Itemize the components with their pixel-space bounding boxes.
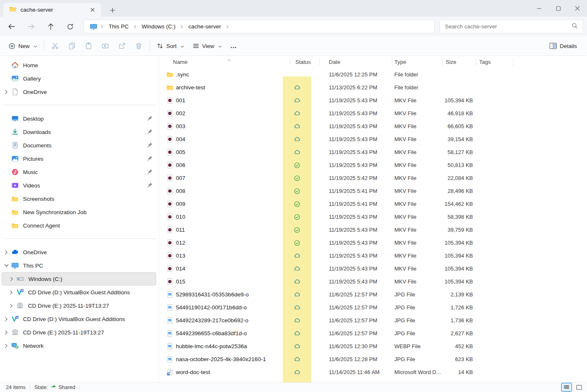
sort-button[interactable]: Sort: [152, 39, 188, 53]
monitor-icon[interactable]: [90, 23, 97, 30]
chevron-right-icon[interactable]: [2, 317, 11, 321]
file-row-014[interactable]: 01411/19/2025 5:43 PMMKV File105,394 KB: [159, 262, 587, 275]
column-header-tags[interactable]: Tags: [479, 56, 490, 68]
delete-button[interactable]: [130, 39, 147, 53]
chevron-right-icon[interactable]: [7, 277, 16, 281]
up-button[interactable]: [43, 19, 58, 34]
view-button[interactable]: View: [188, 39, 226, 53]
file-row-nasa-october-2025-4k-3840x2160-1[interactable]: nasa-october-2025-4k-3840x2160-111/6/202…: [159, 353, 587, 366]
sidebar-item-pictures[interactable]: Pictures: [2, 152, 156, 165]
new-button[interactable]: New: [4, 39, 41, 53]
file-row-015[interactable]: 01511/19/2025 5:43 PMMKV File105,394 KB: [159, 275, 587, 288]
column-divider[interactable]: [476, 58, 476, 66]
sidebar-item-desktop[interactable]: Desktop: [2, 112, 156, 125]
new-tab-button[interactable]: [107, 5, 118, 15]
refresh-button[interactable]: [62, 19, 78, 34]
column-divider[interactable]: [513, 58, 513, 66]
column-divider[interactable]: [290, 58, 290, 66]
sidebar-item-cd-drive-d-virtualbox-guest-additions[interactable]: CD Drive (D:) VirtualBox Guest Additions: [2, 312, 156, 326]
column-header-size[interactable]: Size: [446, 56, 456, 68]
file-date: 11/19/2025 5:43 PM: [329, 159, 377, 172]
file-row-013[interactable]: 01311/19/2025 5:43 PMMKV File105,394 KB: [159, 249, 587, 262]
sidebar-item-home[interactable]: Home: [2, 58, 156, 72]
magnifier-icon[interactable]: [572, 23, 578, 30]
mkv-file-icon: [166, 110, 173, 117]
chevron-right-icon[interactable]: [7, 303, 16, 308]
breadcrumb-item-windows-c[interactable]: Windows (C:): [138, 22, 179, 31]
breadcrumb-chevron-icon[interactable]: [99, 25, 105, 29]
sidebar-item-screenshots[interactable]: Screenshots: [2, 192, 156, 205]
column-header-type[interactable]: Type: [394, 56, 406, 68]
file-row-54492396655-c6ba83df1d-o[interactable]: 54492396655-c6ba83df1d-o11/6/2025 12:57 …: [159, 327, 587, 340]
file-row-001[interactable]: 00111/19/2025 5:43 PMMKV File105,394 KB: [159, 94, 587, 107]
copy-button[interactable]: [64, 39, 80, 53]
file-row-012[interactable]: 01211/19/2025 5:43 PMMKV File105,394 KB: [159, 236, 587, 249]
file-row-sync[interactable]: .sync11/6/2025 12:25 PMFile folder: [159, 68, 587, 81]
column-divider[interactable]: [392, 58, 392, 66]
rename-button[interactable]: [97, 39, 114, 53]
file-row-011[interactable]: 01111/19/2025 5:43 PMMKV File39,759 KB: [159, 223, 587, 236]
file-row-word-doc-test[interactable]: Wword-doc-test11/14/2025 11:46 AMMicroso…: [159, 366, 587, 379]
close-button[interactable]: [568, 0, 587, 17]
sidebar-item-new-synchronization-job[interactable]: New Synchronization Job: [2, 205, 156, 219]
more-button[interactable]: …: [226, 39, 241, 53]
breadcrumb-item-this-pc[interactable]: This PC: [105, 22, 132, 31]
chevron-right-icon[interactable]: [2, 330, 11, 335]
chevron-down-icon[interactable]: [2, 264, 11, 267]
file-row-005[interactable]: 00511/19/2025 5:43 PMMKV File58,127 KB: [159, 146, 587, 159]
paste-button[interactable]: [80, 39, 97, 53]
large-icons-view-toggle[interactable]: [574, 383, 584, 392]
file-row-002[interactable]: 00211/19/2025 5:43 PMMKV File46,918 KB: [159, 107, 587, 120]
breadcrumb-item-cache-server[interactable]: cache-server: [185, 22, 224, 31]
forward-button[interactable]: [23, 19, 39, 34]
sidebar-item-this-pc[interactable]: This PC: [2, 259, 156, 272]
file-row-004[interactable]: 00411/19/2025 5:43 PMMKV File39,154 KB: [159, 133, 587, 146]
maximize-button[interactable]: [549, 0, 568, 17]
sidebar-item-downloads[interactable]: Downloads: [2, 125, 156, 139]
file-row-52989316431-05353b6de9-o[interactable]: 52989316431-05353b6de9-o11/6/2025 12:57 …: [159, 288, 587, 301]
sidebar-item-gallery[interactable]: Gallery: [2, 72, 156, 85]
share-button[interactable]: [114, 39, 130, 53]
sidebar-item-network[interactable]: Network: [2, 339, 156, 352]
file-row-54491190142-00f171b6dd-o[interactable]: 54491190142-00f171b6dd-o11/6/2025 12:57 …: [159, 301, 587, 314]
column-divider[interactable]: [442, 58, 443, 66]
minimize-button[interactable]: [529, 0, 549, 17]
file-row-006[interactable]: 00611/19/2025 5:43 PMMKV File50,813 KB: [159, 159, 587, 172]
column-header-name[interactable]: Name: [173, 56, 188, 68]
sidebar-item-documents[interactable]: Documents: [2, 139, 156, 152]
column-header-date[interactable]: Date: [329, 56, 340, 68]
breadcrumb-chevron-icon[interactable]: [224, 25, 231, 29]
sidebar-item-cd-drive-e-2025-11-19t13-27[interactable]: CD Drive (E:) 2025-11-19T13:27: [2, 326, 156, 339]
breadcrumb-chevron-icon[interactable]: [132, 25, 138, 29]
chevron-right-icon[interactable]: [2, 250, 11, 255]
details-button[interactable]: Details: [545, 39, 581, 53]
sidebar-item-connect-agent[interactable]: Connect Agent: [2, 219, 156, 232]
details-view-toggle[interactable]: [561, 383, 572, 392]
tab-cache-server[interactable]: cache-server: [3, 3, 101, 17]
column-header-status[interactable]: Status: [295, 56, 311, 68]
sidebar-item-cd-drive-e-2025-11-19t13-27[interactable]: CD Drive (E:) 2025-11-19T13:27: [2, 299, 156, 312]
cut-button[interactable]: [47, 39, 64, 53]
file-row-archive-test[interactable]: archive-test11/13/2025 6:22 PMFile folde…: [159, 81, 587, 94]
file-row-003[interactable]: 00311/19/2025 5:43 PMMKV File66,605 KB: [159, 120, 587, 133]
tab-close-icon[interactable]: [88, 5, 97, 15]
file-row-007[interactable]: 00711/19/2025 5:42 PMMKV File22,084 KB: [159, 172, 587, 185]
chevron-right-icon[interactable]: [2, 90, 11, 94]
file-row-hubble-lmc-n44c-potw2536a[interactable]: hubble-lmc-n44c-potw2536a11/6/2025 12:30…: [159, 340, 587, 353]
file-row-008[interactable]: 00811/19/2025 5:41 PMMKV File28,496 KB: [159, 185, 587, 197]
sidebar-item-onedrive[interactable]: OneDrive: [2, 85, 156, 99]
chevron-right-icon[interactable]: [2, 344, 11, 348]
sidebar-item-cd-drive-d-virtualbox-guest-additions[interactable]: CD Drive (D:) VirtualBox Guest Additions: [2, 286, 156, 299]
file-row-54492243289-217ce0b692-o[interactable]: 54492243289-217ce0b692-o11/6/2025 12:57 …: [159, 314, 587, 327]
file-row-009[interactable]: 00911/19/2025 5:41 PMMKV File154,462 KB: [159, 197, 587, 210]
file-row-010[interactable]: 01011/19/2025 5:43 PMMKV File58,398 KB: [159, 210, 587, 223]
back-button[interactable]: [3, 19, 19, 34]
sidebar-item-music[interactable]: Music: [2, 165, 156, 179]
sidebar-item-windows-c[interactable]: Windows (C:): [2, 272, 156, 286]
sidebar-item-videos[interactable]: Videos: [2, 179, 156, 192]
column-divider[interactable]: [319, 58, 320, 66]
breadcrumb-chevron-icon[interactable]: [179, 25, 185, 29]
sidebar-item-onedrive[interactable]: OneDrive: [2, 245, 156, 259]
search-input[interactable]: [445, 23, 572, 30]
chevron-right-icon[interactable]: [7, 290, 16, 295]
